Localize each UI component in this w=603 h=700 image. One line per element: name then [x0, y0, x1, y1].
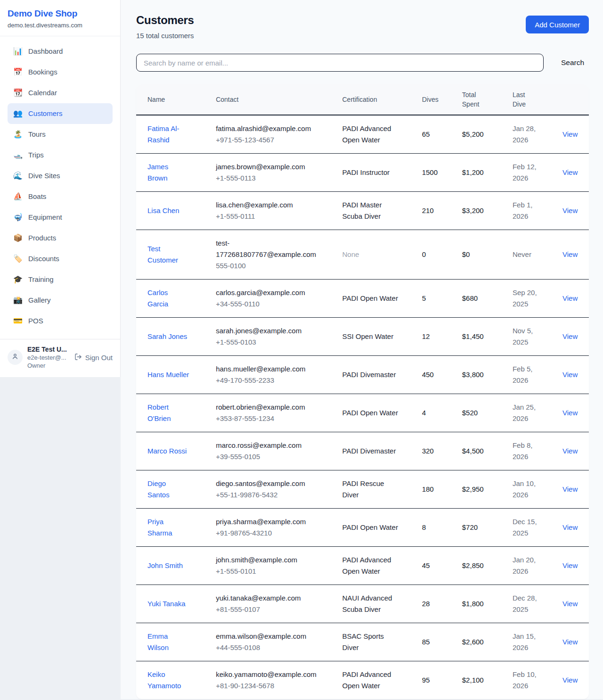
add-customer-button[interactable]: Add Customer	[526, 16, 589, 33]
view-link[interactable]: View	[562, 447, 578, 455]
customer-email: fatima.alrashid@example.com	[216, 123, 316, 134]
view-link[interactable]: View	[562, 168, 578, 176]
view-link[interactable]: View	[562, 130, 578, 138]
customer-phone: +91-98765-43210	[216, 527, 334, 539]
customer-name-link[interactable]: Marco Rossi	[147, 445, 187, 457]
last-dive-value: Dec 15, 2025	[513, 516, 543, 539]
view-link[interactable]: View	[562, 371, 578, 379]
view-link[interactable]: View	[562, 676, 578, 684]
pos-icon: 💳	[13, 315, 23, 327]
total-spent-value: $720	[462, 509, 513, 547]
avatar	[8, 350, 23, 365]
page-header: Customers 15 total customers Add Custome…	[136, 13, 589, 40]
customer-phone: 555-0100	[216, 260, 334, 272]
certification-value: BSAC Sports Diver	[342, 631, 400, 653]
customer-name-link[interactable]: Sarah Jones	[147, 331, 187, 342]
view-link[interactable]: View	[562, 638, 578, 646]
search-input[interactable]	[136, 54, 544, 72]
view-link[interactable]: View	[562, 250, 578, 258]
sidebar-item-label: Equipment	[28, 212, 62, 223]
total-spent-value: $1,800	[462, 585, 513, 623]
customer-name-link[interactable]: Fatima Al-Rashid	[147, 123, 190, 146]
sidebar-item-products[interactable]: 📦 Products	[8, 228, 113, 248]
customer-name-link[interactable]: Test Customer	[147, 243, 190, 266]
customer-name-link[interactable]: Keiko Yamamoto	[147, 669, 190, 692]
logout-icon	[74, 353, 82, 362]
customer-name-link[interactable]: Diego Santos	[147, 478, 190, 501]
customer-phone: +81-90-1234-5678	[216, 680, 334, 692]
page-title: Customers	[136, 13, 194, 27]
user-footer: E2E Test U... e2e-tester@... Owner Sign …	[0, 339, 120, 377]
sidebar-item-label: Dive Sites	[28, 170, 60, 181]
sidebar-item-label: Boats	[28, 191, 46, 202]
view-link[interactable]: View	[562, 600, 578, 608]
table-row: Yuki Tanaka yuki.tanaka@example.com +81-…	[136, 585, 589, 623]
customer-name-link[interactable]: Emma Wilson	[147, 631, 190, 653]
contact-cell: emma.wilson@example.com +44-555-0108	[216, 623, 342, 661]
sign-out-button[interactable]: Sign Out	[74, 353, 113, 362]
contact-cell: robert.obrien@example.com +353-87-555-12…	[216, 394, 342, 432]
customer-name-link[interactable]: Yuki Tanaka	[147, 598, 186, 609]
table-row: Robert O'Brien robert.obrien@example.com…	[136, 394, 589, 432]
customer-phone: +1-555-0101	[216, 566, 334, 577]
sidebar-item-label: Products	[28, 232, 56, 244]
sidebar-item-training[interactable]: 🎓 Training	[8, 269, 113, 290]
table-row: Emma Wilson emma.wilson@example.com +44-…	[136, 623, 589, 661]
sidebar-item-calendar[interactable]: 📆 Calendar	[8, 82, 113, 103]
customer-name-link[interactable]: Hans Mueller	[147, 369, 189, 380]
sidebar-item-discounts[interactable]: 🏷️ Discounts	[8, 248, 113, 269]
sidebar-item-label: Gallery	[28, 295, 51, 306]
total-spent-value: $3,200	[462, 192, 513, 230]
customer-phone: +353-87-555-1234	[216, 413, 334, 424]
sidebar-item-trips[interactable]: 🛥️ Trips	[8, 145, 113, 165]
sidebar-item-boats[interactable]: ⛵ Boats	[8, 186, 113, 207]
customer-name-link[interactable]: Lisa Chen	[147, 205, 179, 216]
total-spent-value: $5,200	[462, 115, 513, 154]
sidebar-item-pos[interactable]: 💳 POS	[8, 311, 113, 331]
sidebar-item-label: POS	[28, 315, 43, 327]
customer-email: marco.rossi@example.com	[216, 440, 316, 451]
last-dive-value: Feb 12, 2026	[513, 161, 543, 184]
sidebar-item-label: Bookings	[28, 66, 57, 78]
app-root: Demo Dive Shop demo.test.divestreams.com…	[0, 0, 603, 699]
view-link[interactable]: View	[562, 409, 578, 417]
products-icon: 📦	[13, 232, 23, 244]
view-link[interactable]: View	[562, 561, 578, 569]
customer-name-link[interactable]: Carlos Garcia	[147, 287, 190, 310]
view-link[interactable]: View	[562, 332, 578, 340]
certification-value: PADI Divemaster	[342, 445, 396, 457]
last-dive-value: Nov 5, 2025	[513, 325, 543, 348]
sidebar-item-label: Customers	[28, 108, 63, 119]
customer-name-link[interactable]: Priya Sharma	[147, 516, 190, 539]
certification-value: PADI Divemaster	[342, 369, 396, 380]
user-role: Owner	[27, 362, 70, 370]
gallery-icon: 📸	[13, 295, 23, 306]
contact-cell: carlos.garcia@example.com +34-555-0110	[216, 280, 342, 318]
sidebar-item-gallery[interactable]: 📸 Gallery	[8, 290, 113, 311]
customer-email: lisa.chen@example.com	[216, 199, 316, 211]
customer-name-link[interactable]: Robert O'Brien	[147, 402, 190, 424]
sidebar-item-equipment[interactable]: 🤿 Equipment	[8, 207, 113, 228]
sidebar-item-dive-sites[interactable]: 🌊 Dive Sites	[8, 165, 113, 186]
view-link[interactable]: View	[562, 206, 578, 214]
sidebar-item-tours[interactable]: 🏝️ Tours	[8, 124, 113, 145]
view-link[interactable]: View	[562, 294, 578, 302]
dives-value: 1500	[422, 154, 462, 192]
view-link[interactable]: View	[562, 523, 578, 531]
last-dive-value: Sep 20, 2025	[513, 287, 543, 310]
contact-cell: hans.mueller@example.com +49-170-555-223…	[216, 356, 342, 394]
customer-email: carlos.garcia@example.com	[216, 287, 316, 298]
page-header-text: Customers 15 total customers	[136, 13, 194, 40]
customer-phone: +81-555-0107	[216, 604, 334, 615]
customer-name-link[interactable]: John Smith	[147, 560, 183, 571]
sidebar-item-bookings[interactable]: 📅 Bookings	[8, 62, 113, 82]
sidebar-item-dashboard[interactable]: 📊 Dashboard	[8, 41, 113, 62]
customer-name-link[interactable]: James Brown	[147, 161, 190, 184]
last-dive-value: Feb 10, 2026	[513, 669, 543, 692]
dives-value: 450	[422, 356, 462, 394]
view-link[interactable]: View	[562, 485, 578, 493]
search-button[interactable]: Search	[556, 56, 589, 70]
sidebar-item-customers[interactable]: 👥 Customers	[8, 103, 113, 124]
table-row: Carlos Garcia carlos.garcia@example.com …	[136, 280, 589, 318]
certification-value: PADI Advanced Open Water	[342, 123, 400, 146]
